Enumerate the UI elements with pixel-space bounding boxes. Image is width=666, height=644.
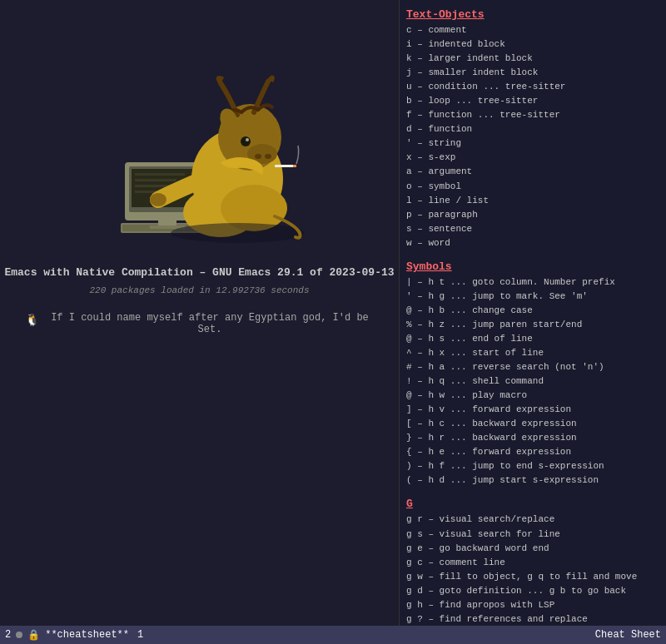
key-item: { – h e ... forward expression [406, 445, 659, 459]
right-panel: Text-Objects c – comment i – indented bl… [400, 0, 666, 626]
key-item: ] – h v ... forward expression [406, 403, 659, 417]
key-item: j – smaller indent block [406, 66, 659, 80]
key-item: | – h t ... goto column. Number prefix [406, 275, 659, 290]
fortune-icon: 🐧 [25, 313, 39, 327]
svg-rect-4 [135, 173, 185, 176]
key-item: g h – find apropos with LSP [406, 598, 659, 612]
key-item: i – indented block [406, 37, 659, 52]
key-item: ' – h g ... jump to mark. See 'm' [406, 290, 659, 304]
key-item: ! – h q ... shell command [406, 374, 659, 389]
packages-loaded: 220 packages loaded in 12.992736 seconds [89, 285, 309, 295]
svg-rect-25 [293, 165, 296, 167]
key-item: x – s-exp [406, 151, 659, 165]
gnu-mascot [75, 17, 325, 250]
svg-point-15 [171, 223, 304, 243]
key-item: k – larger indent block [406, 52, 659, 66]
section-title-g: G [406, 498, 659, 510]
key-item: } – h r ... backward expression [406, 431, 659, 445]
key-item: g c – comment line [406, 556, 659, 570]
emacs-title: Emacs with Native Compilation – GNU Emac… [4, 266, 394, 279]
section-title-text-objects: Text-Objects [406, 8, 659, 21]
status-bar: 2 🔒 **cheatsheet** 1 Cheat Sheet [0, 626, 666, 644]
key-item: ( – h d ... jump start s-expression [406, 473, 659, 488]
key-item: d – function [406, 122, 659, 136]
key-item: o – symbol [406, 180, 659, 194]
status-indicator [16, 632, 22, 638]
key-item: a – argument [406, 165, 659, 179]
section-title-symbols: Symbols [406, 260, 659, 273]
key-item: s – sentence [406, 222, 659, 236]
key-item: g ? – find references and replace [406, 612, 659, 626]
key-item: # – h a ... reverse search (not 'n') [406, 360, 659, 374]
key-item: b – loop ... tree-sitter [406, 94, 659, 108]
svg-point-19 [255, 154, 261, 159]
key-item: p – paragraph [406, 208, 659, 222]
key-item: g e – go backward word end [406, 542, 659, 556]
key-item: g d – goto definition ... g b to go back [406, 584, 659, 598]
svg-rect-24 [275, 165, 296, 167]
key-item: l – line / list [406, 194, 659, 208]
key-item: ^ – h x ... start of line [406, 346, 659, 360]
svg-rect-5 [135, 179, 176, 181]
key-item: w – word [406, 236, 659, 250]
key-item: g w – fill to object, g q to fill and mo… [406, 570, 659, 584]
svg-point-20 [265, 154, 271, 159]
key-item: ) – h f ... jump to end s-expression [406, 459, 659, 473]
key-item: c – comment [406, 23, 659, 37]
svg-point-21 [241, 136, 251, 146]
key-item: @ – h w ... play macro [406, 389, 659, 403]
key-item: @ – h s ... end of line [406, 332, 659, 346]
key-item: ' – string [406, 136, 659, 151]
key-item: [ – h c ... backward expression [406, 417, 659, 431]
left-panel: Emacs with Native Compilation – GNU Emac… [0, 0, 400, 626]
key-item: g s – visual search for line [406, 528, 659, 542]
svg-rect-10 [158, 219, 176, 225]
svg-point-16 [150, 193, 166, 206]
status-filename: **cheatsheet** [45, 629, 129, 641]
status-lock-icon: 🔒 [27, 629, 40, 642]
key-item: % – h z ... jump paren start/end [406, 318, 659, 332]
status-number: 2 [5, 629, 11, 641]
svg-point-22 [246, 138, 249, 141]
key-item: g r – visual search/replace [406, 513, 659, 527]
status-col: 1 [137, 629, 143, 641]
fortune-text: If I could name myself after any Egyptia… [46, 312, 374, 335]
key-item: u – condition ... tree-sitter [406, 80, 659, 94]
status-mode: Cheat Sheet [595, 629, 661, 641]
fortune-message: 🐧 If I could name myself after any Egypt… [0, 312, 399, 335]
key-item: f – function ... tree-sitter [406, 108, 659, 122]
key-item: @ – h b ... change case [406, 304, 659, 318]
